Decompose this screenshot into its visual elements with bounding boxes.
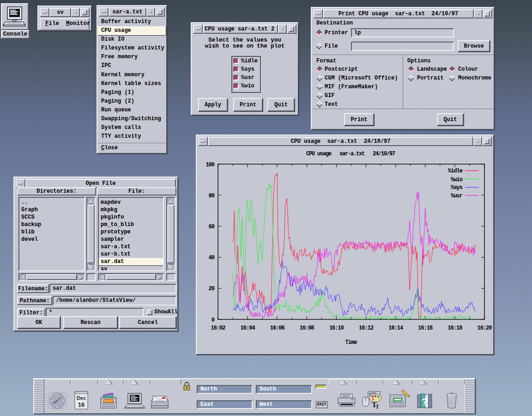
svg-text:16:20: 16:20 bbox=[477, 325, 492, 331]
svg-text:0: 0 bbox=[212, 317, 215, 324]
svg-text:Time: Time bbox=[345, 339, 357, 346]
svg-text:80: 80 bbox=[209, 193, 215, 199]
svg-text:20: 20 bbox=[209, 286, 215, 292]
svg-text:40: 40 bbox=[209, 255, 215, 261]
svg-text:Dec: Dec bbox=[77, 395, 86, 401]
svg-text:%wio: %wio bbox=[451, 177, 463, 183]
svg-text:16:06: 16:06 bbox=[270, 325, 285, 331]
svg-text:16:10: 16:10 bbox=[329, 325, 344, 331]
svg-text:16: 16 bbox=[78, 401, 85, 408]
svg-text:%sys: %sys bbox=[451, 184, 463, 191]
svg-text:16:04: 16:04 bbox=[241, 325, 255, 331]
svg-text:%usr: %usr bbox=[451, 193, 463, 199]
svg-text:60: 60 bbox=[209, 224, 215, 230]
svg-text:16:02: 16:02 bbox=[211, 325, 225, 331]
svg-text:T: T bbox=[375, 404, 379, 410]
svg-text:16:08: 16:08 bbox=[300, 325, 314, 331]
svg-text:?: ? bbox=[422, 397, 427, 407]
svg-text:16:18: 16:18 bbox=[447, 325, 462, 331]
svg-text:%idle: %idle bbox=[448, 168, 463, 174]
svg-text:16:12: 16:12 bbox=[359, 325, 374, 331]
svg-text:16:14: 16:14 bbox=[388, 325, 403, 331]
svg-text:100: 100 bbox=[206, 162, 214, 168]
svg-text:CPU usage sar-a.txt 24/10/: CPU usage sar-a.txt 24/10/97 bbox=[306, 151, 395, 157]
svg-text:16:16: 16:16 bbox=[418, 325, 433, 331]
